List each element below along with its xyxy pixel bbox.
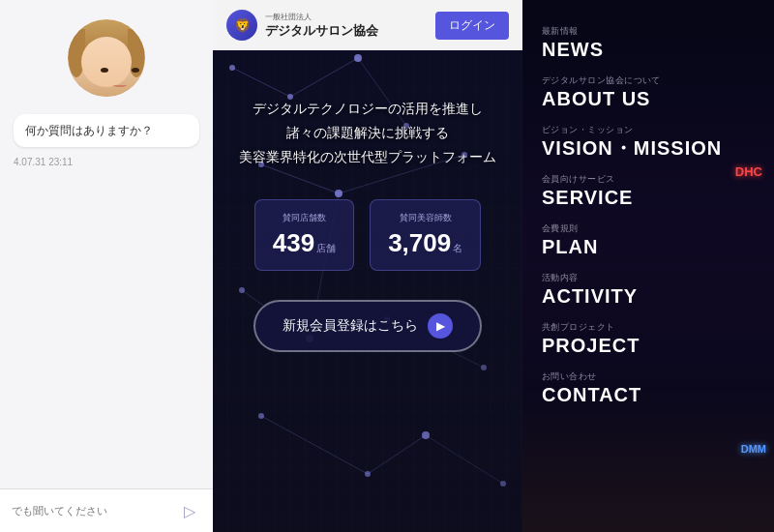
logo-icon: 🦁 [226,10,257,41]
svg-line-23 [261,416,368,474]
logo-main-text: デジタルサロン協会 [265,22,378,40]
avatar-mouth [113,83,127,87]
cta-arrow-icon: ▶ [428,313,453,339]
avatar-area [0,0,213,106]
nav-menu: 最新情報 NEWS デジタルサロン協会について ABOUT US ビジョン・ミッ… [522,0,774,431]
nav-item-large-6: PROJECT [542,334,755,357]
cta-label: 新規会員登録はこちら [283,317,418,335]
dmm-sign: DMM [741,443,766,455]
hero-line3: 美容業界特化の次世代型プラットフォーム [239,145,496,169]
nav-item-small-4: 会費規則 [542,222,755,235]
hero-tagline: デジタルテクノロジーの活用を推進し 諸々の課題解決に挑戦する 美容業界特化の次世… [239,97,496,170]
nav-item-large-0: NEWS [542,38,755,61]
stat-salons-number: 3,709 [388,228,451,258]
chat-input[interactable] [12,505,170,517]
nav-item-project[interactable]: 共創プロジェクト PROJECT [542,315,755,363]
nav-item-large-1: ABOUT US [542,87,755,110]
cta-button[interactable]: 新規会員登録はこちら ▶ [253,300,482,352]
avatar-skin [81,37,132,87]
nav-item-small-1: デジタルサロン協会について [542,74,755,87]
send-button[interactable]: ▷ [178,499,201,522]
nav-item-news[interactable]: 最新情報 NEWS [542,19,755,67]
nav-item-about-us[interactable]: デジタルサロン協会について ABOUT US [542,69,755,116]
stat-salons-unit: 名 [453,242,462,255]
nav-item-plan[interactable]: 会費規則 PLAN [542,217,755,264]
svg-line-24 [368,435,426,474]
logo-small-text: 一般社団法人 [265,12,378,22]
nav-item-contact[interactable]: お問い合わせ CONTACT [542,365,755,412]
avatar-eye-right [132,68,139,73]
chat-spacer [0,169,213,488]
stat-stores-unit: 店舗 [316,242,336,255]
nav-item-service[interactable]: 会員向けサービス SERVICE [542,167,755,215]
nav-item-small-6: 共創プロジェクト [542,321,755,334]
main-panel: 🦁 一般社団法人 デジタルサロン協会 ログイン デジタルテクノロジーの活用を推進… [213,0,522,532]
chat-bubble: 何か質問はありますか？ [14,114,199,147]
nav-item-small-7: お問い合わせ [542,370,755,383]
hero-line2: 諸々の課題解決に挑戦する [239,121,496,145]
stat-salons: 賛同美容師数 3,709 名 [370,199,481,271]
nav-item-large-4: PLAN [542,235,755,258]
chat-timestamp: 4.07.31 23:11 [0,155,213,169]
avatar [68,19,145,97]
nav-item-small-2: ビジョン・ミッション [542,124,755,136]
main-header: 🦁 一般社団法人 デジタルサロン協会 ログイン [213,0,522,50]
nav-item-large-2: VISION・MISSION [542,136,755,160]
logo-text-area: 一般社団法人 デジタルサロン協会 [265,12,378,40]
avatar-face [68,19,145,97]
nav-item-small-5: 活動内容 [542,272,755,284]
nav-item-activity[interactable]: 活動内容 ACTIVITY [542,266,755,313]
stat-salons-label: 賛同美容師数 [388,212,462,224]
login-button[interactable]: ログイン [435,12,509,40]
nav-panel: DHC DMM 最新情報 NEWS デジタルサロン協会について ABOUT US… [522,0,774,532]
hero-line1: デジタルテクノロジーの活用を推進し [239,97,496,121]
logo-area: 🦁 一般社団法人 デジタルサロン協会 [226,10,378,41]
nav-item-vision-mission[interactable]: ビジョン・ミッション VISION・MISSION [542,118,755,165]
nav-item-small-0: 最新情報 [542,25,755,38]
avatar-eye-left [101,68,108,73]
avatar-eyes [101,68,139,73]
chat-panel: 何か質問はありますか？ 4.07.31 23:11 ▷ [0,0,213,532]
nav-item-large-7: CONTACT [542,383,755,406]
svg-line-25 [426,435,503,484]
nav-item-large-5: ACTIVITY [542,284,755,308]
stats-row: 賛同店舗数 439 店舗 賛同美容師数 3,709 名 [254,199,481,271]
stat-stores-number: 439 [273,228,314,258]
stat-stores-label: 賛同店舗数 [273,212,336,224]
svg-line-15 [232,68,290,97]
svg-line-16 [290,58,358,97]
hero-content: デジタルテクノロジーの活用を推進し 諸々の課題解決に挑戦する 美容業界特化の次世… [213,97,522,352]
nav-item-small-3: 会員向けサービス [542,173,755,186]
chat-input-area: ▷ [0,488,213,532]
nav-item-large-3: SERVICE [542,186,755,209]
stat-stores: 賛同店舗数 439 店舗 [254,199,354,271]
